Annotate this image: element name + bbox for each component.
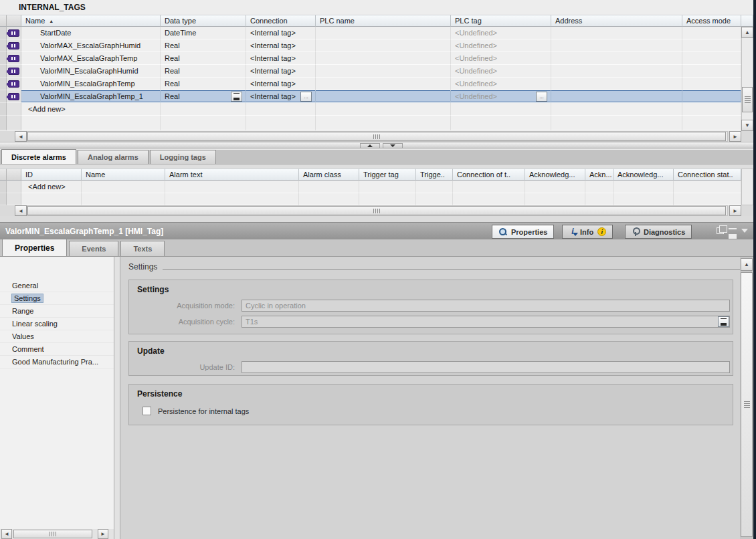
cell-data-type[interactable]: Real xyxy=(161,78,246,90)
tag-table-row[interactable]: ValorMIN_EscalaGraphTemp_1Real<Internal … xyxy=(0,90,741,103)
nav-item-general[interactable]: General xyxy=(0,280,114,292)
data-type-list-button[interactable] xyxy=(231,92,242,102)
cell-address[interactable] xyxy=(551,65,682,78)
cell-data-type[interactable]: Real xyxy=(161,52,246,65)
nav-item-linear-scaling[interactable]: Linear scaling xyxy=(0,318,114,330)
tag-table-row[interactable]: ValorMIN_EscalaGraphHumidReal<Internal t… xyxy=(0,65,741,78)
alarm-column-header[interactable]: Trigge.. xyxy=(416,169,453,181)
tag-table-row[interactable]: StartDateDateTime<Internal tag><Undefine… xyxy=(0,27,741,39)
cell-name[interactable]: ValorMAX_EscalaGraphTemp xyxy=(21,52,161,65)
tab-events[interactable]: Events xyxy=(69,241,118,256)
nav-hscrollbar[interactable]: ◄ ► xyxy=(0,529,114,539)
cell-name[interactable]: StartDate xyxy=(21,27,161,39)
pane-splitter[interactable] xyxy=(0,142,753,148)
cell-address[interactable] xyxy=(551,27,682,39)
cell-name[interactable]: ValorMIN_EscalaGraphTemp_1 xyxy=(21,90,161,103)
alarm-column-header[interactable]: Connection of t.. xyxy=(453,169,525,181)
cell-access-mode[interactable] xyxy=(682,78,741,90)
cell-plc-tag[interactable]: <Undefined> xyxy=(451,39,551,52)
cell-address[interactable] xyxy=(551,39,682,52)
scroll-down-icon[interactable]: ▼ xyxy=(741,120,753,131)
cell-access-mode[interactable] xyxy=(682,90,741,103)
pane-menu-icon[interactable] xyxy=(729,228,737,234)
acquisition-mode-field[interactable] xyxy=(242,300,730,312)
hscroll-thumb[interactable] xyxy=(27,206,726,215)
cell-name[interactable]: ValorMIN_EscalaGraphHumid xyxy=(21,65,161,78)
acquisition-cycle-list-button[interactable] xyxy=(718,316,729,327)
row-handle[interactable] xyxy=(0,27,7,39)
tab-properties[interactable]: Properties xyxy=(2,239,67,256)
splitter-collapse-down-icon[interactable] xyxy=(383,143,403,148)
float-window-icon[interactable] xyxy=(717,227,724,234)
tag-table-hscrollbar[interactable]: ◄ ► xyxy=(0,131,753,142)
cell-plc-tag[interactable]: <Undefined> xyxy=(451,65,551,78)
browse-button[interactable]: ... xyxy=(300,92,312,102)
cell-plc-name[interactable] xyxy=(316,52,451,65)
cell-plc-name[interactable] xyxy=(316,90,451,103)
info-pane-button[interactable]: i Info i xyxy=(562,225,613,239)
hscroll-thumb[interactable] xyxy=(27,132,726,141)
add-new-row[interactable]: <Add new> xyxy=(0,181,741,193)
cell-address[interactable] xyxy=(551,90,682,103)
alarm-column-header[interactable]: Acknowledg... xyxy=(613,169,674,181)
row-handle[interactable] xyxy=(0,52,7,65)
row-handle[interactable] xyxy=(0,39,7,52)
cell-access-mode[interactable] xyxy=(682,27,741,39)
scroll-up-icon[interactable]: ▲ xyxy=(741,27,753,38)
cell-data-type[interactable]: DateTime xyxy=(161,27,246,39)
cell-data-type[interactable]: Real xyxy=(161,39,246,52)
scroll-right-icon[interactable]: ► xyxy=(729,131,741,142)
scroll-left-icon[interactable]: ◄ xyxy=(15,131,27,142)
cell-plc-tag[interactable]: <Undefined> xyxy=(451,78,551,90)
cell-access-mode[interactable] xyxy=(682,39,741,52)
add-new-row[interactable]: <Add new> xyxy=(0,103,741,116)
persistence-checkbox[interactable] xyxy=(143,407,151,415)
row-handle[interactable] xyxy=(0,90,7,103)
cell-plc-tag[interactable]: <Undefined> xyxy=(451,52,551,65)
vscroll-thumb[interactable] xyxy=(742,87,753,112)
vscroll-thumb[interactable] xyxy=(741,272,753,537)
tag-table-vscrollbar[interactable]: ▲ ▼ xyxy=(741,27,753,131)
alarm-tab-discrete-alarms[interactable]: Discrete alarms xyxy=(1,149,76,164)
nav-item-good-manufacturing-pra-[interactable]: Good Manufacturing Pra... xyxy=(0,356,114,368)
alarm-column-header[interactable]: Name xyxy=(82,169,165,181)
alarm-column-header[interactable]: Trigger tag xyxy=(359,169,416,181)
alarm-column-header[interactable]: Ackn... xyxy=(585,169,613,181)
scroll-right-icon[interactable]: ► xyxy=(729,205,741,216)
column-header-data-type[interactable]: Data type xyxy=(161,15,246,27)
row-handle[interactable] xyxy=(0,78,7,90)
cell-plc-tag[interactable]: <Undefined>... xyxy=(451,90,551,103)
cell-name[interactable]: ValorMIN_EscalaGraphTemp xyxy=(21,78,161,90)
cell-plc-tag[interactable]: <Undefined> xyxy=(451,27,551,39)
cell-plc-name[interactable] xyxy=(316,65,451,78)
collapse-pane-icon[interactable] xyxy=(741,229,748,233)
scroll-up-icon[interactable]: ▲ xyxy=(741,258,753,271)
alarm-column-header[interactable]: Alarm class xyxy=(299,169,359,181)
tag-table-row[interactable]: ValorMAX_EscalaGraphHumidReal<Internal t… xyxy=(0,39,741,52)
inspector-vscrollbar[interactable]: ▲ xyxy=(740,257,753,539)
alarm-column-header[interactable]: Acknowledg... xyxy=(525,169,585,181)
nav-divider[interactable] xyxy=(114,257,120,539)
cell-connection[interactable]: <Internal tag> xyxy=(246,27,316,39)
tag-table-row[interactable]: ValorMAX_EscalaGraphTempReal<Internal ta… xyxy=(0,52,741,65)
alarm-tab-logging-tags[interactable]: Logging tags xyxy=(150,150,216,164)
browse-button[interactable]: ... xyxy=(536,92,547,102)
cell-connection[interactable]: <Internal tag> xyxy=(246,65,316,78)
cell-address[interactable] xyxy=(551,52,682,65)
column-header-plc-name[interactable]: PLC name xyxy=(316,15,451,27)
hscroll-thumb[interactable] xyxy=(13,530,92,538)
alarm-table-hscrollbar[interactable]: ◄ ► xyxy=(0,205,753,216)
acquisition-cycle-field[interactable] xyxy=(242,316,730,328)
cell-access-mode[interactable] xyxy=(682,65,741,78)
nav-item-range[interactable]: Range xyxy=(0,305,114,318)
tab-texts[interactable]: Texts xyxy=(120,241,165,256)
cell-access-mode[interactable] xyxy=(682,52,741,65)
cell-plc-name[interactable] xyxy=(316,27,451,39)
cell-plc-name[interactable] xyxy=(316,78,451,90)
column-header-connection[interactable]: Connection xyxy=(246,15,316,27)
cell-connection[interactable]: <Internal tag> xyxy=(246,52,316,65)
column-header-name[interactable]: Name▲ xyxy=(21,15,161,27)
cell-connection[interactable]: <Internal tag> xyxy=(246,39,316,52)
scroll-right-icon[interactable]: ► xyxy=(98,529,108,539)
cell-plc-name[interactable] xyxy=(316,39,451,52)
